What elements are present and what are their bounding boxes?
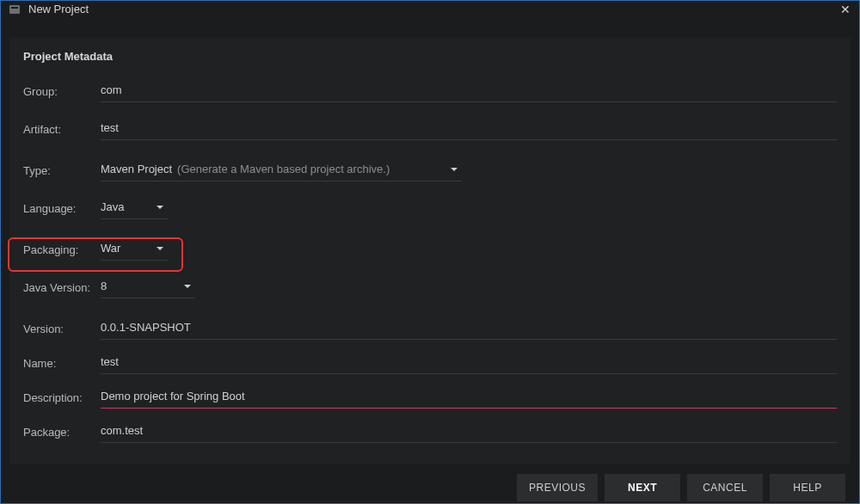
- row-language: Language: Java: [23, 197, 837, 219]
- row-packaging: Packaging: War: [23, 238, 837, 261]
- chevron-down-icon: [427, 165, 458, 174]
- help-button[interactable]: HELP: [770, 474, 845, 501]
- label-version: Version:: [23, 323, 101, 335]
- input-artifact[interactable]: test: [101, 118, 837, 140]
- label-packaging: Packaging:: [23, 243, 101, 256]
- cancel-button[interactable]: CANCEL: [687, 474, 763, 501]
- dialog-body: Project Metadata Group: com Artifact: te…: [1, 17, 859, 472]
- previous-button[interactable]: PREVIOUS: [517, 474, 598, 501]
- input-package[interactable]: com.test: [101, 421, 837, 443]
- select-type-hint: (Generate a Maven based project archive.…: [177, 163, 390, 175]
- titlebar: New Project ✕: [1, 1, 859, 17]
- svg-rect-0: [9, 5, 20, 14]
- label-artifact: Artifact:: [23, 123, 101, 136]
- close-icon[interactable]: ✕: [838, 3, 852, 16]
- select-language[interactable]: Java: [101, 197, 168, 219]
- row-artifact: Artifact: test: [23, 118, 837, 140]
- chevron-down-icon: [133, 203, 164, 212]
- select-packaging[interactable]: War: [101, 238, 168, 261]
- select-java-version-value: 8: [101, 280, 107, 292]
- select-java-version[interactable]: 8: [101, 276, 195, 298]
- section-title: Project Metadata: [23, 50, 837, 63]
- app-icon: [8, 3, 22, 16]
- select-packaging-value: War: [101, 242, 120, 255]
- chevron-down-icon: [161, 282, 192, 291]
- label-package: Package:: [23, 426, 101, 439]
- row-group: Group: com: [23, 80, 837, 102]
- label-group: Group:: [23, 85, 101, 98]
- row-description: Description: Demo project for Spring Boo…: [23, 386, 837, 409]
- label-type: Type:: [23, 164, 101, 177]
- form-panel: Project Metadata Group: com Artifact: te…: [9, 38, 851, 464]
- window-title: New Project: [28, 3, 89, 15]
- input-version[interactable]: 0.0.1-SNAPSHOT: [101, 317, 837, 340]
- label-description: Description:: [23, 391, 101, 404]
- row-package: Package: com.test: [23, 421, 837, 443]
- dialog-footer: PREVIOUS NEXT CANCEL HELP: [1, 472, 859, 503]
- label-java-version: Java Version:: [23, 281, 101, 294]
- chevron-down-icon: [133, 244, 164, 253]
- input-group[interactable]: com: [101, 80, 837, 102]
- input-description[interactable]: Demo project for Spring Boot: [101, 386, 837, 409]
- new-project-window: New Project ✕ Project Metadata Group: co…: [0, 0, 860, 504]
- select-language-value: Java: [101, 200, 124, 213]
- row-java-version: Java Version: 8: [23, 276, 837, 298]
- row-type: Type: Maven Project (Generate a Maven ba…: [23, 159, 837, 181]
- select-type-value: Maven Project: [101, 163, 172, 175]
- label-name: Name:: [23, 357, 101, 370]
- svg-rect-1: [11, 7, 18, 9]
- next-button[interactable]: NEXT: [605, 474, 680, 501]
- input-name[interactable]: test: [101, 352, 837, 374]
- row-name: Name: test: [23, 352, 837, 374]
- row-version: Version: 0.0.1-SNAPSHOT: [23, 317, 837, 340]
- select-type[interactable]: Maven Project (Generate a Maven based pr…: [101, 159, 462, 181]
- label-language: Language:: [23, 202, 101, 215]
